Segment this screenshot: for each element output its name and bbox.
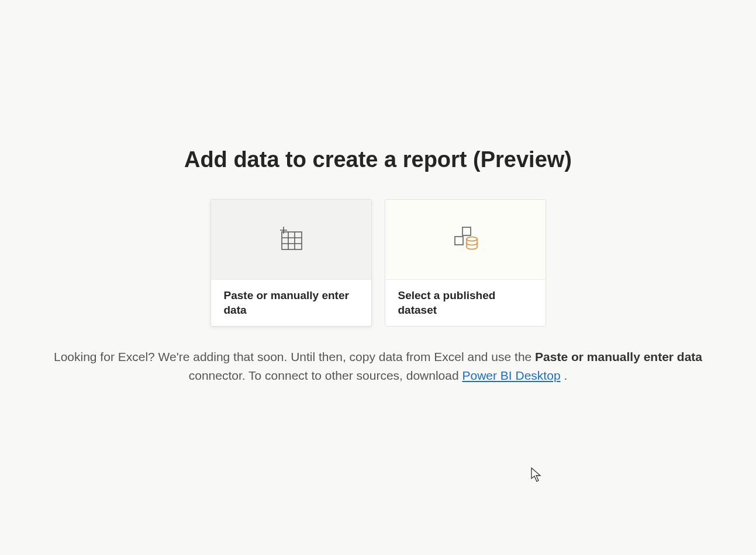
paste-card-label: Paste or manually enter data: [224, 288, 358, 318]
select-dataset-card[interactable]: Select a published dataset: [385, 199, 546, 327]
power-bi-desktop-link[interactable]: Power BI Desktop: [462, 369, 560, 382]
help-text-part1: Looking for Excel? We're adding that soo…: [54, 350, 535, 363]
paste-icon-area: [211, 200, 371, 280]
svg-rect-7: [455, 237, 463, 245]
help-text-part2: connector. To connect to other sources, …: [189, 369, 462, 382]
paste-enter-data-card[interactable]: Paste or manually enter data: [210, 199, 372, 327]
dataset-icon: [451, 224, 480, 255]
add-data-panel: Add data to create a report (Preview): [0, 147, 756, 384]
svg-rect-8: [462, 227, 471, 235]
svg-rect-0: [282, 232, 302, 249]
dataset-card-label: Select a published dataset: [398, 288, 533, 318]
paste-label-area: Paste or manually enter data: [211, 280, 371, 326]
help-text: Looking for Excel? We're adding that soo…: [16, 348, 741, 384]
dataset-icon-area: [385, 200, 546, 280]
cursor-icon: [531, 467, 541, 485]
svg-point-9: [467, 237, 477, 241]
table-plus-icon: [278, 225, 305, 254]
page-title: Add data to create a report (Preview): [184, 147, 572, 172]
help-text-part3: .: [564, 369, 567, 382]
help-text-bold: Paste or manually enter data: [535, 350, 702, 363]
option-cards-row: Paste or manually enter data: [210, 199, 546, 327]
dataset-label-area: Select a published dataset: [385, 280, 546, 326]
